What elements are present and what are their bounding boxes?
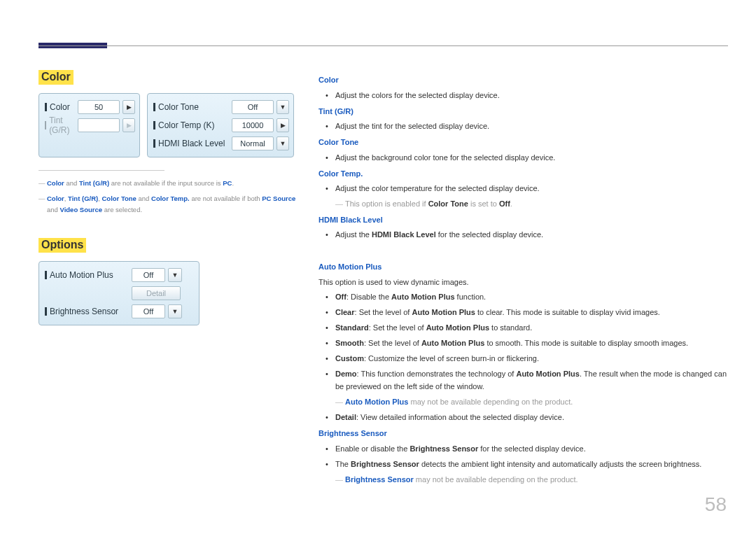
color-temp-stepper[interactable]: ▶ [276,118,289,132]
amp-detail: Detail: View detailed information about … [335,412,732,423]
amp-smooth: Smooth: Set the level of Auto Motion Plu… [335,337,732,349]
heading-hdmi: HDMI Black Level [318,214,732,226]
amp-intro: This option is used to view dynamic imag… [318,276,732,288]
hdmi-black-label: HDMI Black Level [152,139,229,148]
bs-value[interactable]: Off [132,304,165,318]
color-tone-label: Color Tone [152,102,229,112]
color-temp-value[interactable]: 10000 [232,118,274,132]
color-value[interactable]: 50 [78,100,120,114]
desc-color: Adjust the colors for the selected displ… [335,90,732,101]
note-bs: Brightness Sensor may not be available d… [335,474,732,486]
amp-demo: Demo: This function demonstrates the tec… [335,368,732,392]
panel-color: Color 50 ▶ Tint (G/R) ▶ [38,93,140,157]
heading-color: Color [318,74,732,86]
page-number: 58 [705,493,727,516]
right-column: Color Adjust the colors for the selected… [318,70,732,489]
color-tone-value[interactable]: Off [232,100,274,114]
hdmi-black-dropdown[interactable]: ▼ [276,136,289,150]
tint-value [78,118,120,132]
desc-tint: Adjust the tint for the selected display… [335,120,732,132]
color-temp-label: Color Temp (K) [152,120,229,130]
hdmi-black-value[interactable]: Normal [232,136,274,150]
panel-options: Auto Motion Plus Off ▼ Detail Brightness… [38,261,200,325]
bs-dropdown[interactable]: ▼ [168,304,182,318]
desc-temp: Adjust the color temperature for the sel… [335,183,732,195]
footnote-divider [38,170,164,171]
color-tone-dropdown[interactable]: ▼ [276,100,289,114]
amp-off: Off: Disable the Auto Motion Plus functi… [335,291,732,303]
detail-button[interactable]: Detail [132,286,181,300]
bs-li2: The Brightness Sensor detects the ambien… [335,458,732,470]
bs-li1: Enable or disable the Brightness Sensor … [335,443,732,455]
amp-dropdown[interactable]: ▼ [168,268,182,282]
heading-tone: Color Tone [318,136,732,148]
color-label: Color [43,102,75,112]
desc-tone: Adjust the background color tone for the… [335,152,732,164]
heading-temp: Color Temp. [318,168,732,180]
note-amp: Auto Motion Plus may not be available de… [335,396,732,408]
heading-amp: Auto Motion Plus [318,261,732,273]
amp-standard: Standard: Set the level of Auto Motion P… [335,322,732,334]
amp-custom: Custom: Customize the level of screen bu… [335,353,732,365]
footnote-1: Color and Tint (G/R) are not available i… [38,178,301,189]
amp-value[interactable]: Off [132,268,165,282]
color-stepper[interactable]: ▶ [122,100,135,114]
bs-label: Brightness Sensor [43,307,129,316]
heading-tint: Tint (G/R) [318,106,732,118]
panel-tone: Color Tone Off ▼ Color Temp (K) 10000 ▶ … [147,93,294,157]
amp-label: Auto Motion Plus [43,270,129,280]
amp-clear: Clear: Set the level of Auto Motion Plus… [335,307,732,318]
header-rule [38,45,728,46]
section-title-options: Options [38,238,86,253]
section-title-color: Color [38,70,74,85]
tint-label: Tint (G/R) [43,115,75,135]
heading-bs: Brightness Sensor [318,428,732,440]
desc-hdmi: Adjust the HDMI Black Level for the sele… [335,229,732,241]
note-temp: This option is enabled if Color Tone is … [335,198,732,210]
left-column: Color Color 50 ▶ Tint (G/R) ▶ Color Tone… [38,70,301,325]
footnote-2: Color, Tint (G/R), Color Tone and Color … [38,193,301,216]
tint-stepper: ▶ [122,118,135,132]
